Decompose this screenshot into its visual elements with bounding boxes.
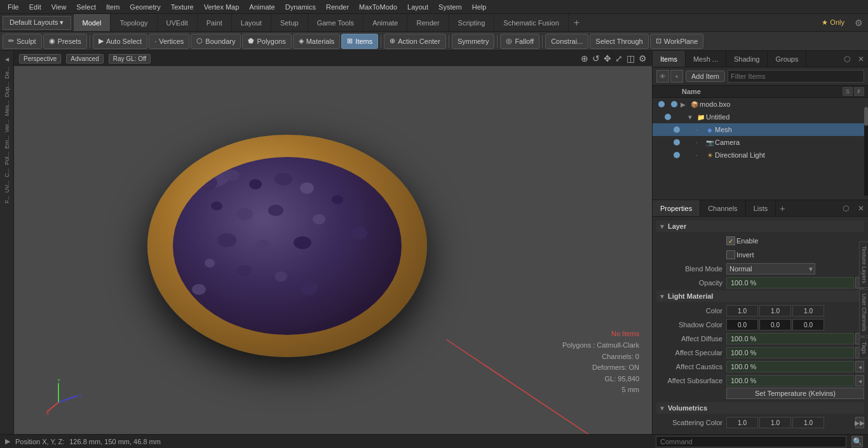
items-scrollbar[interactable] [864,107,868,196]
layout-tab-paint[interactable]: Paint [198,14,232,31]
panel-close-btn[interactable]: ✕ [854,55,868,64]
command-input[interactable] [656,436,846,447]
polygons-button[interactable]: ⬟ Polygons [242,34,291,49]
items-button[interactable]: ⊞ Items [341,34,378,49]
command-search-button[interactable]: 🔍 [851,436,863,447]
affect-caustics-reset[interactable]: ◂ [855,361,864,372]
sidebar-label-color[interactable]: C... [4,167,10,179]
menu-vertex-map[interactable]: Vertex Map [199,2,245,12]
props-tab-lists[interactable]: Lists [746,200,776,216]
tree-row-camera[interactable]: · 📷 Camera [653,136,868,149]
menu-file[interactable]: File [3,2,24,12]
tree-expand-untitled[interactable]: ▼ [687,114,696,121]
select-through-button[interactable]: Select Through [590,34,648,49]
menu-texture[interactable]: Texture [166,2,199,12]
tree-expand-light[interactable]: · [696,152,705,159]
color-b-swatch[interactable]: 1.0 [792,305,824,316]
scattering-g-swatch[interactable]: 1.0 [759,417,791,428]
layout-tab-render[interactable]: Render [407,14,449,31]
layout-tab-uvedit[interactable]: UVEdit [158,14,198,31]
viewport-canvas[interactable]: Z Y X No Items Polygons : Catmull-Clark … [14,66,652,434]
tree-expand-mesh[interactable]: · [696,126,705,133]
scattering-r-swatch[interactable]: 1.0 [726,417,758,428]
props-tab-properties[interactable]: Properties [653,200,700,216]
tree-vis-light[interactable] [670,152,683,158]
sidebar-label-deformers[interactable]: De... [4,65,10,80]
items-scroll-thumb[interactable] [864,107,868,126]
props-collapse-btn[interactable]: ✕ [854,204,868,213]
sidebar-label-duplicator[interactable]: Dup... [4,81,10,98]
sculpt-button[interactable]: ✏ Sculpt [3,34,42,49]
props-tab-channels[interactable]: Channels [700,200,745,216]
tab-items[interactable]: Items [653,51,686,67]
menu-help[interactable]: Help [467,2,492,12]
add-item-button[interactable]: Add Item [686,71,725,82]
viewport[interactable]: Perspective Advanced Ray GL: Off ⊕ ↺ ✥ ⤢… [14,51,652,434]
tree-row-directional-light[interactable]: · ☀ Directional Light [653,149,868,161]
affect-subsurface-input[interactable]: 100.0 % [726,375,854,386]
sidebar-label-falloff[interactable]: F... [4,194,10,205]
scattering-expand[interactable]: ▶▶ [855,417,864,428]
menu-system[interactable]: System [433,2,467,12]
props-tab-add[interactable]: + [776,203,789,214]
viewport-orbit-icon[interactable]: ↺ [592,53,600,64]
tree-expand-modo-bxo[interactable]: ▶ [681,101,689,108]
opacity-input[interactable]: 100.0 % [726,277,854,288]
col-f-btn[interactable]: F [854,87,864,96]
viewport-settings-icon[interactable]: ⚙ [639,53,647,64]
layout-tab-topology[interactable]: Topology [111,14,157,31]
falloff-button[interactable]: ◎ Falloff [500,34,539,49]
vertices-button[interactable]: · Vertices [149,34,189,49]
menu-animate[interactable]: Animate [244,2,280,12]
blend-mode-select[interactable]: Normal [726,263,815,275]
sidebar-label-polygons[interactable]: Pol... [4,151,10,166]
viewport-nav-icon[interactable]: ⊕ [581,53,588,64]
viewport-pan-icon[interactable]: ✥ [604,53,611,64]
invert-checkbox[interactable] [726,250,735,259]
boundary-button[interactable]: ⬡ Boundary [191,34,241,49]
enable-checkbox[interactable]: ✓ [726,236,735,245]
sidebar-label-mesh[interactable]: Mes... [4,99,10,118]
layout-tab-layout[interactable]: Layout [232,14,271,31]
materials-button[interactable]: ◈ Materials [293,34,341,49]
tree-expand-camera[interactable]: · [696,139,705,146]
color-g-swatch[interactable]: 1.0 [759,305,791,316]
props-expand-btn[interactable]: ⬡ [839,204,853,213]
star-only-button[interactable]: ★ Only [817,18,850,27]
viewport-shading-button[interactable]: Advanced [66,54,103,64]
menu-select[interactable]: Select [71,2,101,12]
menu-edit[interactable]: Edit [24,2,46,12]
menu-view[interactable]: View [46,2,72,12]
color-r-swatch[interactable]: 1.0 [726,305,758,316]
layout-tab-scripting[interactable]: Scripting [449,14,495,31]
constraints-button[interactable]: Constrai... [545,34,588,49]
workplane-button[interactable]: ⊡ WorkPlane [650,34,704,49]
affect-subsurface-reset[interactable]: ◂ [855,375,864,386]
tree-vis2-modo-bxo[interactable] [668,101,681,107]
menu-layout[interactable]: Layout [402,2,433,12]
sidebar-label-uv[interactable]: UV... [4,179,10,194]
viewport-raygl-button[interactable]: Ray GL: Off [109,54,151,64]
menu-maxtomodo[interactable]: MaxToModo [354,2,402,12]
sidebar-label-vertex[interactable]: Ver... [4,118,10,134]
scattering-b-swatch[interactable]: 1.0 [792,417,824,428]
gear-button[interactable]: ⚙ [850,18,868,28]
texture-layers-vtab[interactable]: Texture Layers [859,241,868,288]
shadow-g-swatch[interactable]: 0.0 [759,319,791,330]
filter-items-input[interactable] [728,70,864,83]
layout-tab-animate[interactable]: Animate [363,14,407,31]
tab-mesh[interactable]: Mesh ... [686,51,726,67]
tree-vis-mesh[interactable] [670,126,683,133]
viewport-zoom-icon[interactable]: ⤢ [615,53,623,64]
menu-dynamics[interactable]: Dynamics [280,2,321,12]
layout-tab-setup[interactable]: Setup [271,14,308,31]
affect-diffuse-input[interactable]: 100.0 % [726,333,854,344]
affect-caustics-input[interactable]: 100.0 % [726,361,854,372]
layout-tab-model[interactable]: Model [74,14,111,31]
status-arrow[interactable]: ▶ [5,437,10,445]
layout-tab-add[interactable]: + [569,14,585,31]
layer-section-header[interactable]: ▼ Layer [656,221,864,232]
tree-vis-camera[interactable] [670,139,683,146]
panel-expand-btn[interactable]: ⬡ [840,55,854,64]
tree-vis-modo-bxo[interactable] [655,101,668,107]
